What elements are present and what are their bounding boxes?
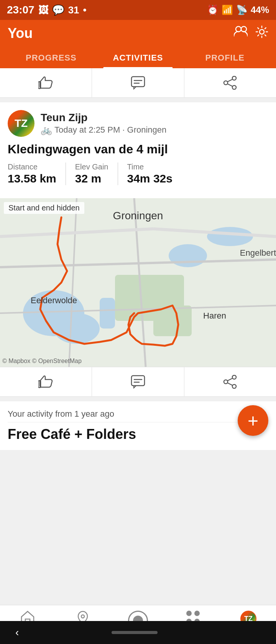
stats-row: Distance 13.58 km Elev Gain 32 m Time 34… [8,163,268,185]
memory-title: Free Café + Folders [8,426,268,442]
svg-line-11 [228,84,232,86]
map-engelbert-label: Engelbert [240,248,276,258]
gallery-icon: 🖼 [38,4,48,16]
share-button[interactable] [184,68,276,97]
back-button[interactable]: ‹ [15,626,19,639]
time-value: 34m 32s [127,172,172,185]
user-details: Teun Zijp 🚲 Today at 2:25 PM · Groningen [41,112,166,135]
status-time: 23:07 [7,4,34,16]
elev-label: Elev Gain [75,163,108,171]
svg-rect-4 [131,77,145,87]
map-hidden-label: Start and end hidden [4,202,84,214]
elev-value: 32 m [75,172,108,185]
svg-point-8 [224,81,228,85]
svg-point-16 [169,244,207,267]
status-right: ⏰ 📶 📡 44% [207,5,269,15]
activity-card: TZ Teun Zijp 🚲 Today at 2:25 PM · Gronin… [0,102,276,198]
svg-point-9 [232,85,236,89]
svg-point-7 [232,76,236,80]
svg-line-34 [228,383,232,385]
home-pill [112,631,158,634]
user-info: TZ Teun Zijp 🚲 Today at 2:25 PM · Gronin… [8,110,268,137]
tab-activities[interactable]: ACTIVITIES [95,48,182,68]
status-left: 23:07 🖼 💬 31 • [7,4,87,16]
tabs: PROGRESS ACTIVITIES PROFILE [8,48,268,68]
battery-text: 44% [251,5,269,15]
header-top: You [8,25,268,41]
tab-profile[interactable]: PROFILE [181,48,268,68]
svg-point-32 [232,384,236,388]
whatsapp-icon: 💬 [52,4,64,16]
bike-icon: 🚲 [41,125,52,135]
distance-label: Distance [8,163,56,171]
bottom-action-bar [0,367,276,397]
map-copyright: © Mapbox © OpenStreetMap [2,358,82,365]
activity-title: Kledingwagen van de 4 mijl [8,142,268,156]
svg-rect-15 [100,298,115,329]
calendar-icon: 31 [68,4,79,16]
signal-icon: 📡 [236,5,248,15]
wifi-icon: 📶 [222,5,233,15]
svg-line-10 [228,79,232,82]
activity-meta: Today at 2:25 PM · Groningen [54,125,166,135]
map-eelderwolde-label: Eelderwolde [31,296,77,306]
svg-line-33 [228,378,232,381]
header-title: You [8,25,33,41]
status-bar: 23:07 🖼 💬 31 • ⏰ 📶 📡 44% [0,0,276,20]
memory-section: Your activity from 1 year ago Free Café … [0,401,276,450]
header: You PROGRESS ACTIVITIES PROFILE [0,20,276,68]
distance-value: 13.58 km [8,172,56,185]
like-button[interactable] [0,68,92,97]
user-meta: 🚲 Today at 2:25 PM · Groningen [41,125,166,135]
svg-point-30 [232,375,236,379]
elev-stat: Elev Gain 32 m [75,163,118,185]
bottom-comment-button[interactable] [92,367,184,396]
bottom-share-button[interactable] [184,367,276,396]
dot-indicator: • [83,4,87,16]
bottom-like-button[interactable] [0,367,92,396]
svg-point-31 [224,380,228,384]
time-label: Time [127,163,172,171]
user-name: Teun Zijp [41,112,166,124]
tab-progress[interactable]: PROGRESS [8,48,95,68]
activity-map[interactable]: Start and end hidden Groningen Eelderwol… [0,198,276,367]
memory-text: Your activity from 1 year ago [8,409,268,419]
svg-point-2 [260,30,264,34]
comment-button[interactable] [92,68,184,97]
alarm-icon: ⏰ [207,5,219,15]
header-icons [234,25,268,41]
map-haren-label: Haren [203,311,226,321]
time-stat: Time 34m 32s [127,163,182,185]
followers-icon[interactable] [234,25,248,41]
svg-rect-27 [131,376,145,386]
top-action-bar [0,68,276,98]
svg-point-17 [207,227,253,246]
add-activity-fab[interactable]: + [238,405,268,436]
svg-point-14 [54,313,100,344]
svg-point-35 [81,615,84,618]
settings-icon[interactable] [255,25,268,41]
distance-stat: Distance 13.58 km [8,163,66,185]
map-city-label: Groningen [113,210,163,222]
avatar: TZ [8,110,34,137]
